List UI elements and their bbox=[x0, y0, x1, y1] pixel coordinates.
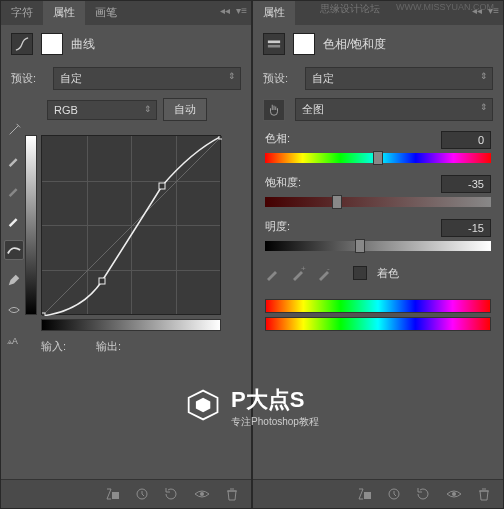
colorize-checkbox[interactable] bbox=[353, 266, 367, 280]
svg-rect-10 bbox=[268, 45, 280, 48]
preset-select[interactable]: 自定 bbox=[305, 67, 493, 90]
tabs-bar: 字符 属性 画笔 ◂◂ ▾≡ bbox=[1, 1, 251, 25]
sat-label: 饱和度: bbox=[265, 175, 301, 193]
watermark: P大点S 专注Photoshop教程 bbox=[185, 385, 319, 429]
colorize-label: 着色 bbox=[377, 266, 399, 281]
view-previous-icon[interactable] bbox=[385, 486, 403, 502]
hue-slider-row: 色相: 0 bbox=[253, 125, 503, 169]
output-label: 输出: bbox=[96, 339, 121, 354]
eyedropper-minus-icon[interactable]: - bbox=[317, 265, 333, 281]
reset-icon[interactable] bbox=[415, 486, 433, 502]
svg-point-15 bbox=[452, 492, 456, 496]
watermark-sub: 专注Photoshop教程 bbox=[231, 415, 319, 429]
spectrum-bottom bbox=[265, 317, 491, 331]
watermark-top: 思缘设计论坛 bbox=[320, 2, 380, 16]
svg-text:⟁A: ⟁A bbox=[7, 336, 18, 346]
light-slider[interactable] bbox=[265, 241, 491, 251]
hue-value[interactable]: 0 bbox=[441, 131, 491, 149]
preset-select[interactable]: 自定 bbox=[53, 67, 241, 90]
view-previous-icon[interactable] bbox=[133, 486, 151, 502]
curve-point-tool[interactable] bbox=[4, 240, 24, 260]
svg-text:+: + bbox=[301, 265, 306, 273]
trash-icon[interactable] bbox=[223, 486, 241, 502]
eyedropper-plus-icon[interactable]: + bbox=[291, 265, 307, 281]
hue-label: 色相: bbox=[265, 131, 290, 149]
hue-sat-icon bbox=[263, 33, 285, 55]
menu-icon[interactable]: ▾≡ bbox=[236, 5, 247, 16]
curve-editor[interactable] bbox=[41, 135, 241, 331]
adjustment-title: 色相/饱和度 bbox=[323, 36, 386, 53]
svg-rect-3 bbox=[99, 278, 105, 284]
horizontal-gradient bbox=[41, 319, 221, 331]
auto-button[interactable]: 自动 bbox=[163, 98, 207, 121]
watermark-logo-icon bbox=[185, 387, 221, 427]
sat-slider[interactable] bbox=[265, 197, 491, 207]
mask-thumbnail[interactable] bbox=[293, 33, 315, 55]
eyedropper-black[interactable] bbox=[4, 150, 24, 170]
mask-thumbnail[interactable] bbox=[41, 33, 63, 55]
svg-rect-13 bbox=[364, 492, 371, 499]
visibility-icon[interactable] bbox=[193, 486, 211, 502]
tab-properties[interactable]: 属性 bbox=[43, 1, 85, 25]
watermark-brand: P大点S bbox=[231, 385, 319, 415]
range-select[interactable]: 全图 bbox=[295, 98, 493, 121]
eyedropper-white[interactable] bbox=[4, 210, 24, 230]
tab-brush[interactable]: 画笔 bbox=[85, 1, 127, 25]
spectrum-top bbox=[265, 299, 491, 313]
sat-slider-row: 饱和度: -35 bbox=[253, 169, 503, 213]
eyedropper-gray[interactable] bbox=[4, 180, 24, 200]
target-adjust-icon[interactable] bbox=[263, 99, 285, 121]
light-value[interactable]: -15 bbox=[441, 219, 491, 237]
reset-icon[interactable] bbox=[163, 486, 181, 502]
clip-icon[interactable] bbox=[103, 486, 121, 502]
svg-rect-9 bbox=[268, 41, 280, 44]
hue-sat-panel: 属性 ◂◂ ▾≡ 色相/饱和度 预设: 自定 全图 色相: bbox=[252, 0, 504, 509]
eyedropper-icon[interactable] bbox=[265, 265, 281, 281]
collapse-icon[interactable]: ◂◂ bbox=[220, 5, 230, 16]
curves-tools-sidebar: ⟁A bbox=[4, 120, 24, 350]
histogram-tool[interactable]: ⟁A bbox=[4, 330, 24, 350]
svg-line-1 bbox=[42, 136, 222, 316]
clip-icon[interactable] bbox=[355, 486, 373, 502]
light-label: 明度: bbox=[265, 219, 290, 237]
svg-point-8 bbox=[200, 492, 204, 496]
adjustment-title: 曲线 bbox=[71, 36, 95, 53]
svg-rect-6 bbox=[112, 492, 119, 499]
hue-slider[interactable] bbox=[265, 153, 491, 163]
watermark-url: WWW.MISSYUAN.COM bbox=[396, 2, 494, 12]
panel-footer bbox=[1, 479, 251, 508]
visibility-icon[interactable] bbox=[445, 486, 463, 502]
svg-rect-5 bbox=[219, 136, 222, 139]
tab-properties-right[interactable]: 属性 bbox=[253, 1, 295, 25]
svg-text:-: - bbox=[327, 265, 330, 273]
svg-rect-4 bbox=[159, 183, 165, 189]
curves-panel: 字符 属性 画笔 ◂◂ ▾≡ 曲线 预设: 自定 RGB 自动 bbox=[0, 0, 252, 509]
input-label: 输入: bbox=[41, 339, 66, 354]
trash-icon[interactable] bbox=[475, 486, 493, 502]
svg-rect-2 bbox=[42, 313, 45, 316]
channel-select[interactable]: RGB bbox=[47, 100, 157, 120]
preset-label: 预设: bbox=[11, 71, 47, 86]
target-adjust-tool[interactable] bbox=[4, 120, 24, 140]
vertical-gradient bbox=[25, 135, 37, 315]
curve-grid[interactable] bbox=[41, 135, 221, 315]
light-slider-row: 明度: -15 bbox=[253, 213, 503, 257]
curves-icon bbox=[11, 33, 33, 55]
smooth-tool[interactable] bbox=[4, 300, 24, 320]
sat-value[interactable]: -35 bbox=[441, 175, 491, 193]
pencil-tool[interactable] bbox=[4, 270, 24, 290]
preset-label: 预设: bbox=[263, 71, 299, 86]
eyedropper-row: + - 着色 bbox=[253, 257, 503, 289]
tab-character[interactable]: 字符 bbox=[1, 1, 43, 25]
panel-footer bbox=[253, 479, 503, 508]
